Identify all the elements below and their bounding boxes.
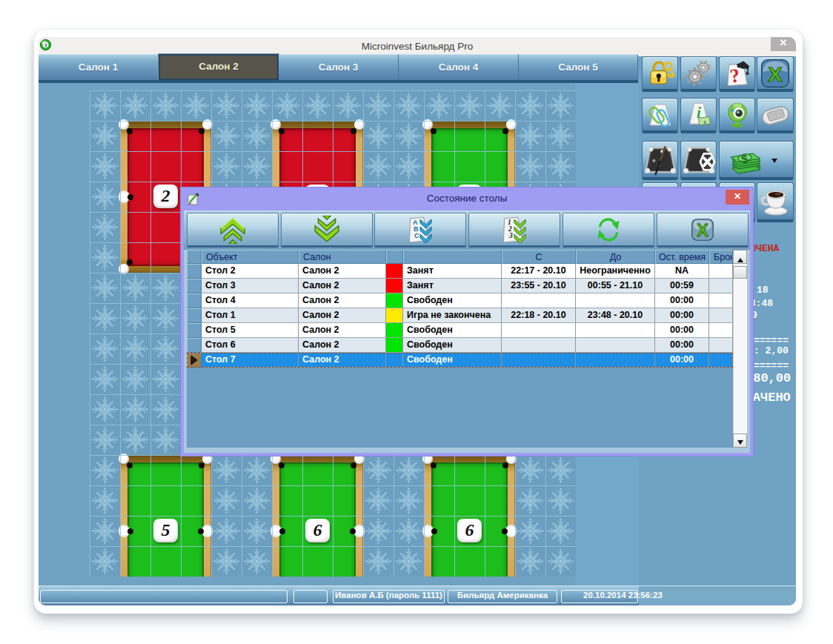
svg-text:X: X (697, 221, 708, 240)
svg-text:C: C (414, 232, 419, 239)
svg-text:3: 3 (508, 232, 513, 239)
svg-text:X: X (769, 62, 783, 86)
